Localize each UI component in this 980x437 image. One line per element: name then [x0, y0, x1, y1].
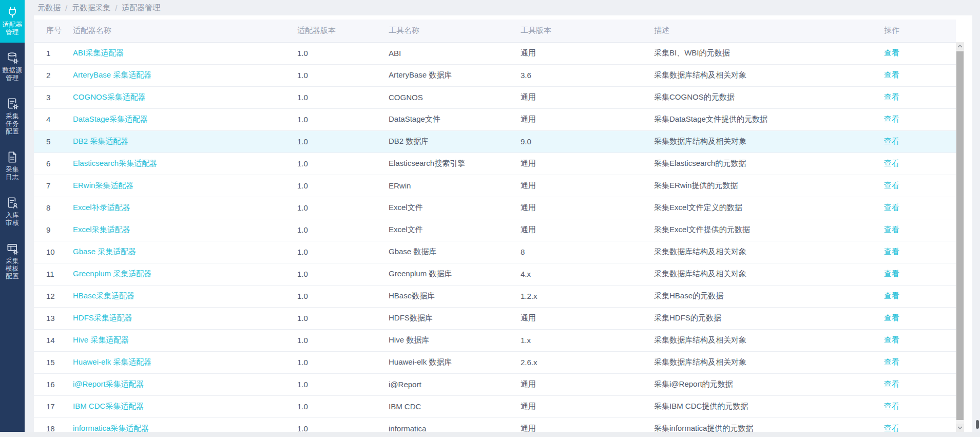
cell-adapter-version: 1.0 [297, 197, 389, 219]
cell-index: 5 [34, 130, 73, 153]
sidebar-item-collection-log[interactable]: 采集日志 [0, 145, 25, 187]
cell-tool-name: Greenplum 数据库 [389, 263, 521, 285]
sidebar-item-warehouse-audit[interactable]: 入库审核 [0, 191, 25, 233]
view-link[interactable]: 查看 [884, 402, 899, 410]
table-row: 2ArteryBase 采集适配器1.0ArteryBase 数据库3.6采集数… [34, 64, 956, 86]
adapter-name-link[interactable]: HDFS采集适配器 [73, 313, 132, 322]
adapter-name-link[interactable]: Hive 采集适配器 [73, 335, 129, 344]
sidebar-item-datasource-management[interactable]: 数据源管理 [0, 46, 25, 88]
adapter-name-link[interactable]: Huawei-elk 采集适配器 [73, 357, 151, 366]
view-link[interactable]: 查看 [884, 70, 899, 79]
adapter-name-link[interactable]: ArteryBase 采集适配器 [73, 70, 151, 79]
adapter-name-link[interactable]: DataStage采集适配器 [73, 115, 148, 123]
view-link[interactable]: 查看 [884, 269, 899, 278]
view-link[interactable]: 查看 [884, 247, 899, 256]
cell-adapter-name: HDFS采集适配器 [73, 307, 297, 329]
cell-index: 11 [34, 263, 73, 285]
sidebar-item-collection-task-config[interactable]: 采集任务配置 [0, 91, 25, 142]
cell-description: 采集数据库结构及相关对象 [654, 241, 884, 263]
cell-index: 18 [34, 417, 73, 432]
table-row: 5DB2 采集适配器1.0DB2 数据库9.0采集数据库结构及相关对象查看 [34, 130, 956, 153]
cell-tool-name: Gbase 数据库 [389, 241, 521, 263]
cell-index: 1 [34, 42, 73, 64]
cell-adapter-name: ABI采集适配器 [73, 42, 297, 64]
scrollbar-down-arrow-icon[interactable] [956, 424, 964, 432]
breadcrumb-item-metadata-collection[interactable]: 元数据采集 [72, 3, 110, 13]
adapter-name-link[interactable]: COGNOS采集适配器 [73, 92, 146, 101]
sidebar-item-label: 入库审核 [6, 212, 19, 227]
table-row: 13HDFS采集适配器1.0HDFS数据库通用采集HDFS的元数据查看 [34, 307, 956, 329]
table-row: 1ABI采集适配器1.0ABI通用采集BI、WBI的元数据查看 [34, 42, 956, 64]
adapter-name-link[interactable]: DB2 采集适配器 [73, 137, 128, 145]
sidebar-item-adapter-management[interactable]: 适配器管理 [0, 0, 25, 43]
adapter-name-link[interactable]: i@Report采集适配器 [73, 379, 144, 388]
cell-index: 17 [34, 395, 73, 417]
view-link[interactable]: 查看 [884, 203, 899, 212]
table-row: 6Elasticsearch采集适配器1.0Elasticsearch搜索引擎通… [34, 153, 956, 175]
adapter-name-link[interactable]: informatica采集适配器 [73, 424, 149, 432]
sidebar-item-label: 数据源管理 [3, 67, 23, 82]
cell-description: 采集HDFS的元数据 [654, 307, 884, 329]
column-header-tool-version: 工具版本 [521, 20, 654, 42]
sidebar-item-collection-template-config[interactable]: 采集模板配置 [0, 236, 25, 287]
table-row: 11Greenplum 采集适配器1.0Greenplum 数据库4.x采集数据… [34, 263, 956, 285]
adapter-name-link[interactable]: Gbase 采集适配器 [73, 247, 136, 256]
view-link[interactable]: 查看 [884, 313, 899, 322]
cell-tool-name: ABI [389, 42, 521, 64]
view-link[interactable]: 查看 [884, 357, 899, 366]
view-link[interactable]: 查看 [884, 291, 899, 300]
cell-index: 2 [34, 64, 73, 86]
window-scrollbar-thumb[interactable] [976, 420, 979, 429]
adapter-name-link[interactable]: Greenplum 采集适配器 [73, 269, 151, 278]
adapter-name-link[interactable]: Excel采集适配器 [73, 225, 130, 234]
cell-actions: 查看 [884, 86, 956, 108]
adapter-name-link[interactable]: ABI采集适配器 [73, 48, 124, 57]
cell-index: 15 [34, 351, 73, 373]
column-header-tool-name: 工具名称 [389, 20, 521, 42]
view-link[interactable]: 查看 [884, 379, 899, 388]
cell-description: 采集数据库结构及相关对象 [654, 130, 884, 153]
adapter-name-link[interactable]: ERwin采集适配器 [73, 181, 133, 189]
cell-tool-version: 9.0 [521, 130, 654, 153]
cell-adapter-name: Greenplum 采集适配器 [73, 263, 297, 285]
cell-adapter-name: i@Report采集适配器 [73, 373, 297, 395]
view-link[interactable]: 查看 [884, 181, 899, 189]
adapter-name-link[interactable]: Excel补录适配器 [73, 203, 130, 212]
view-link[interactable]: 查看 [884, 424, 899, 432]
scrollbar-up-arrow-icon[interactable] [956, 42, 964, 50]
adapter-name-link[interactable]: IBM CDC采集适配器 [73, 402, 144, 410]
sidebar-item-label: 采集任务配置 [6, 112, 19, 136]
breadcrumb-item-metadata[interactable]: 元数据 [37, 3, 61, 13]
adapter-table-card: 序号 适配器名称 适配器版本 工具名称 工具版本 描述 操作 1ABI采集适配器… [34, 15, 972, 432]
breadcrumb-item-adapter-management: 适配器管理 [122, 3, 160, 13]
cell-description: 采集数据库结构及相关对象 [654, 263, 884, 285]
cell-adapter-name: Elasticsearch采集适配器 [73, 153, 297, 175]
cell-index: 12 [34, 285, 73, 307]
view-link[interactable]: 查看 [884, 335, 899, 344]
cell-tool-name: HBase数据库 [389, 285, 521, 307]
breadcrumb: 元数据 / 元数据采集 / 适配器管理 [37, 0, 160, 15]
cell-adapter-version: 1.0 [297, 263, 389, 285]
cell-actions: 查看 [884, 108, 956, 130]
cell-adapter-version: 1.0 [297, 329, 389, 351]
cell-description: 采集ERwin提供的元数据 [654, 175, 884, 197]
cell-description: 采集HBase的元数据 [654, 285, 884, 307]
view-link[interactable]: 查看 [884, 48, 899, 57]
table-row: 9Excel采集适配器1.0Excel文件通用采集Excel文件提供的元数据查看 [34, 219, 956, 241]
sidebar-item-label: 采集模板配置 [6, 257, 19, 280]
view-link[interactable]: 查看 [884, 92, 899, 101]
cell-tool-version: 通用 [521, 86, 654, 108]
table-scrollbar[interactable] [956, 42, 964, 432]
scrollbar-thumb[interactable] [956, 51, 964, 420]
view-link[interactable]: 查看 [884, 115, 899, 123]
view-link[interactable]: 查看 [884, 159, 899, 167]
adapter-name-link[interactable]: HBase采集适配器 [73, 291, 134, 300]
cell-index: 3 [34, 86, 73, 108]
column-header-adapter-name: 适配器名称 [73, 20, 297, 42]
column-header-index: 序号 [34, 20, 73, 42]
adapter-name-link[interactable]: Elasticsearch采集适配器 [73, 159, 157, 167]
cell-adapter-name: DataStage采集适配器 [73, 108, 297, 130]
view-link[interactable]: 查看 [884, 137, 899, 145]
cell-adapter-version: 1.0 [297, 130, 389, 153]
view-link[interactable]: 查看 [884, 225, 899, 234]
